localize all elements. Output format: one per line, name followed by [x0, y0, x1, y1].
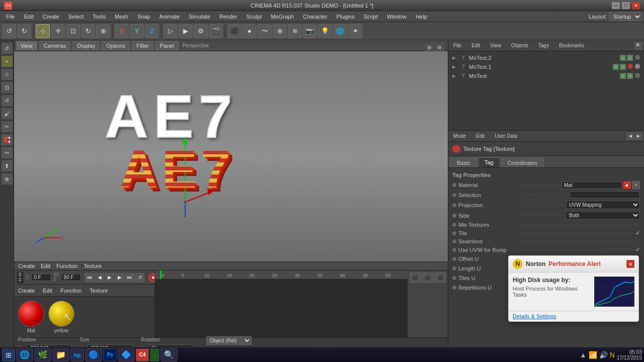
motext2-check2[interactable]: ✓ [627, 55, 633, 61]
taskbar-c4d[interactable]: C4 [136, 348, 149, 361]
picture-viewer-button[interactable]: 🎬 [209, 24, 223, 38]
material-value-input[interactable] [561, 182, 622, 189]
go-start-button[interactable]: ⏮ [85, 273, 94, 282]
taskbar-files[interactable]: 🌿 [34, 348, 51, 361]
taskbar-folder[interactable]: 📁 [52, 348, 69, 361]
motext-check2[interactable]: ✓ [627, 73, 633, 79]
move-tool-button[interactable]: ✛ [51, 24, 65, 38]
taskbar-search[interactable]: 🔍 [160, 348, 178, 361]
go-end-button[interactable]: ⏭ [125, 273, 134, 282]
scale-tool-button[interactable]: ⊡ [66, 24, 80, 38]
render-region-button[interactable]: ▷ [164, 24, 178, 38]
redo-button[interactable]: ↻ [17, 24, 31, 38]
tab-filter[interactable]: Filter [132, 41, 153, 50]
sidebar-knife[interactable]: ✂ [1, 121, 13, 133]
nurbs-button[interactable]: ⊗ [273, 24, 287, 38]
menu-file[interactable]: File [2, 13, 19, 21]
key-rot-button[interactable]: ⬛ [422, 273, 434, 283]
menu-sculpt[interactable]: Sculpt [243, 13, 266, 21]
tray-norton[interactable]: N [610, 351, 615, 359]
obj-tb-view[interactable]: View [487, 42, 504, 49]
step-back-button[interactable]: ◀ [95, 273, 104, 282]
menu-simulate[interactable]: Simulate [185, 13, 214, 21]
obj-tb-edit[interactable]: Edit [468, 42, 483, 49]
menu-mesh[interactable]: Mesh [111, 13, 132, 21]
start-button[interactable]: ⊞ [2, 348, 15, 361]
obj-tb-objects[interactable]: Objects [508, 42, 531, 49]
taskbar-photoshop[interactable]: Ps [103, 348, 116, 361]
prop-tab-basic[interactable]: Basic [450, 158, 477, 167]
sidebar-loop[interactable]: ⊗ [1, 173, 13, 185]
selection-value-input[interactable] [570, 191, 640, 199]
minimize-button[interactable]: ─ [612, 2, 620, 9]
menu-window[interactable]: Window [383, 13, 411, 21]
sphere-button[interactable]: ● [243, 24, 257, 38]
norton-close-button[interactable]: ✕ [626, 260, 634, 268]
add-tool-button[interactable]: ⊕ [96, 24, 110, 38]
table-row[interactable]: ▶ T MoText ✓ ✓ [450, 71, 642, 80]
z-axis-button[interactable]: Z [145, 24, 159, 38]
taskbar-spotify[interactable]: ♪ [150, 348, 159, 361]
mat-create[interactable]: Create [16, 287, 37, 295]
menu-edit[interactable]: Edit [20, 13, 38, 21]
menu-select[interactable]: Select [64, 13, 88, 21]
menu-tools[interactable]: Tools [89, 13, 110, 21]
end-frame-input[interactable] [61, 274, 81, 281]
tab-view[interactable]: View [16, 41, 37, 50]
props-forward-icon[interactable]: ▶ [635, 133, 642, 140]
taskbar-browser[interactable]: 🌐 [16, 348, 33, 361]
mat-texture[interactable]: Texture [88, 287, 110, 295]
light-button[interactable]: 💡 [318, 24, 332, 38]
menu-character[interactable]: Character [299, 13, 331, 21]
tab-cameras[interactable]: Cameras [39, 41, 71, 50]
menu-snap[interactable]: Snap [133, 13, 154, 21]
undo-button[interactable]: ↺ [2, 24, 16, 38]
sidebar-extrude[interactable]: ⬆ [1, 160, 13, 172]
tab-options[interactable]: Options [102, 41, 130, 50]
menu-help[interactable]: Help [412, 13, 431, 21]
key-scl-button[interactable]: ⬛ [434, 273, 446, 283]
object-relative-select[interactable]: Object (Rel) World [206, 336, 252, 345]
props-back-icon[interactable]: ◀ [627, 133, 634, 140]
y-axis-button[interactable]: Y [130, 24, 144, 38]
timeline-create[interactable]: Create [16, 262, 37, 270]
taskbar-ie[interactable]: 🔵 [85, 348, 102, 361]
sidebar-rotate[interactable]: ↺ [1, 95, 13, 107]
key-pos-button[interactable]: ⬛ [410, 273, 421, 283]
mat-edit[interactable]: Edit [41, 287, 54, 295]
props-tb-mode[interactable]: Mode [450, 133, 469, 139]
maximize-button[interactable]: □ [622, 2, 630, 9]
tray-network[interactable]: 📶 [589, 351, 597, 359]
layout-select[interactable]: Startup [609, 12, 642, 21]
motext1-check1[interactable]: ✓ [613, 64, 619, 70]
render-settings-button[interactable]: ⚙ [194, 24, 208, 38]
spline-button[interactable]: 〜 [258, 24, 272, 38]
menu-create[interactable]: Create [39, 13, 63, 21]
motext1-check2[interactable]: ✓ [620, 64, 626, 70]
cube-button[interactable]: ⬛ [227, 24, 242, 38]
taskbar-hp[interactable]: hp [70, 348, 84, 361]
projection-select[interactable]: UVW Mapping Flat Box Cubic Cylindrical S… [566, 201, 640, 209]
side-select[interactable]: Both Front Back [566, 211, 640, 220]
select-tool-button[interactable]: ⊹ [36, 24, 50, 38]
viewport-settings-button[interactable]: ⚙ [435, 43, 444, 52]
timeline-texture[interactable]: Texture [82, 262, 104, 270]
prop-tab-coordinates[interactable]: Coordinates [501, 158, 544, 167]
viewport[interactable]: AE7 AE7 AE7 AE7 [14, 51, 448, 261]
material-clear-button[interactable]: ✕ [632, 181, 640, 189]
mat-function[interactable]: Function [58, 287, 84, 295]
frame-start-display[interactable]: 0 F [16, 271, 24, 284]
menu-script[interactable]: Script [360, 13, 382, 21]
tray-arrow[interactable]: ▲ [580, 351, 587, 359]
step-forward-button[interactable]: ▶ [115, 273, 124, 282]
menu-plugins[interactable]: Plugins [333, 13, 359, 21]
table-row[interactable]: ▶ T MoText.2 ✓ ✓ [450, 53, 642, 62]
material-item-mat[interactable]: Mat [18, 301, 44, 333]
material-red-button[interactable]: ■ [623, 181, 631, 189]
props-tb-userdata[interactable]: User Data [492, 133, 520, 139]
obj-tb-tags[interactable]: Tags [535, 42, 552, 49]
sidebar-scale[interactable]: ⊡ [1, 81, 13, 94]
loop-button[interactable]: ↺ [135, 273, 144, 282]
norton-details-link[interactable]: Details & Settings [513, 313, 556, 319]
menu-animate[interactable]: Animate [155, 13, 184, 21]
